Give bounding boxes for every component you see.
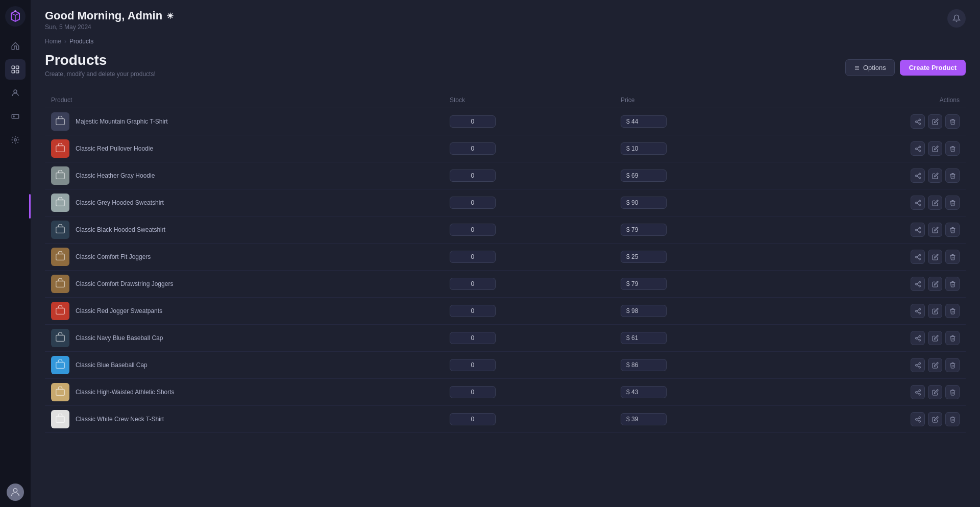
edit-button[interactable]: [928, 141, 942, 156]
integrations-nav-item[interactable]: [5, 130, 26, 150]
product-tbody: Majestic Mountain Graphic T-Shirt $ 44: [45, 108, 966, 433]
svg-rect-79: [56, 417, 65, 423]
sidebar-item-analytics[interactable]: [5, 59, 26, 80]
actions-cell-11: [786, 379, 966, 406]
share-button[interactable]: [911, 141, 925, 156]
sidebar-item-integrations[interactable]: [5, 130, 26, 150]
product-cell-6: Classic Comfort Fit Joggers: [45, 244, 444, 271]
price-cell-3: $ 69: [615, 162, 786, 189]
stock-input[interactable]: [450, 142, 496, 155]
stock-input[interactable]: [450, 224, 496, 236]
price-cell-4: $ 90: [615, 189, 786, 216]
product-thumbnail: [51, 194, 69, 212]
share-button[interactable]: [911, 331, 925, 345]
stock-input[interactable]: [450, 332, 496, 344]
sidebar-item-home[interactable]: [5, 36, 26, 56]
share-button[interactable]: [911, 114, 925, 129]
svg-rect-67: [56, 363, 65, 369]
options-button[interactable]: Options: [845, 59, 895, 76]
create-product-button[interactable]: Create Product: [900, 60, 966, 76]
product-thumbnail: [51, 275, 69, 293]
product-cell-10: Classic Blue Baseball Cap: [45, 352, 444, 379]
edit-button[interactable]: [928, 277, 942, 291]
edit-button[interactable]: [928, 331, 942, 345]
edit-button[interactable]: [928, 250, 942, 264]
breadcrumb-home[interactable]: Home: [45, 38, 61, 45]
analytics-nav-item[interactable]: [5, 59, 26, 80]
delete-button[interactable]: [945, 385, 960, 399]
share-button[interactable]: [911, 223, 925, 237]
edit-button[interactable]: [928, 196, 942, 210]
delete-button[interactable]: [945, 196, 960, 210]
stock-input[interactable]: [450, 170, 496, 182]
svg-rect-55: [56, 308, 65, 315]
stock-input[interactable]: [450, 251, 496, 263]
delete-button[interactable]: [945, 358, 960, 372]
stock-input[interactable]: [450, 359, 496, 371]
share-button[interactable]: [911, 358, 925, 372]
svg-rect-3: [16, 66, 19, 68]
svg-point-16: [919, 123, 920, 124]
users-nav-item[interactable]: [5, 83, 26, 103]
svg-line-65: [917, 339, 919, 340]
delete-button[interactable]: [945, 250, 960, 264]
share-button[interactable]: [911, 168, 925, 183]
stock-input[interactable]: [450, 413, 496, 425]
actions-cell-12: [786, 406, 966, 433]
svg-rect-31: [56, 200, 65, 206]
stock-input[interactable]: [450, 197, 496, 209]
price-display: $ 79: [621, 224, 667, 236]
edit-button[interactable]: [928, 114, 942, 129]
delete-button[interactable]: [945, 168, 960, 183]
price-cell-9: $ 61: [615, 325, 786, 352]
svg-point-81: [915, 418, 917, 420]
home-nav-item[interactable]: [5, 36, 26, 56]
edit-button[interactable]: [928, 358, 942, 372]
svg-point-9: [13, 489, 17, 492]
share-button[interactable]: [911, 304, 925, 318]
sidebar-bottom: [7, 484, 24, 501]
stock-input[interactable]: [450, 115, 496, 128]
edit-button[interactable]: [928, 385, 942, 399]
edit-button[interactable]: [928, 304, 942, 318]
edit-button[interactable]: [928, 168, 942, 183]
svg-line-84: [917, 418, 919, 419]
sidebar-item-users[interactable]: [5, 83, 26, 103]
delete-button[interactable]: [945, 412, 960, 426]
svg-point-32: [919, 200, 920, 202]
svg-point-27: [915, 175, 917, 176]
stock-input[interactable]: [450, 305, 496, 317]
share-button[interactable]: [911, 412, 925, 426]
stock-input[interactable]: [450, 386, 496, 398]
app-logo[interactable]: [5, 6, 26, 27]
price-display: $ 90: [621, 197, 667, 209]
options-label: Options: [863, 64, 886, 71]
stock-cell-8: [444, 298, 615, 325]
svg-line-77: [917, 393, 919, 394]
share-button[interactable]: [911, 250, 925, 264]
delete-button[interactable]: [945, 114, 960, 129]
sidebar-item-tags[interactable]: [5, 106, 26, 127]
delete-button[interactable]: [945, 223, 960, 237]
notification-button[interactable]: [947, 9, 966, 28]
tags-nav-item[interactable]: [5, 106, 26, 127]
delete-button[interactable]: [945, 304, 960, 318]
delete-button[interactable]: [945, 277, 960, 291]
share-button[interactable]: [911, 385, 925, 399]
edit-button[interactable]: [928, 223, 942, 237]
svg-rect-2: [12, 66, 14, 68]
svg-point-8: [14, 139, 17, 141]
stock-input[interactable]: [450, 278, 496, 290]
svg-line-47: [917, 257, 919, 258]
delete-button[interactable]: [945, 141, 960, 156]
share-button[interactable]: [911, 277, 925, 291]
product-thumbnail: [51, 248, 69, 266]
price-display: $ 44: [621, 115, 667, 128]
header: Good Morning, Admin ☀ Sun, 5 May 2024: [31, 0, 980, 36]
svg-rect-4: [12, 70, 14, 73]
table-row: Classic Comfort Fit Joggers $ 25: [45, 244, 966, 271]
user-avatar[interactable]: [7, 484, 24, 501]
edit-button[interactable]: [928, 412, 942, 426]
delete-button[interactable]: [945, 331, 960, 345]
share-button[interactable]: [911, 196, 925, 210]
